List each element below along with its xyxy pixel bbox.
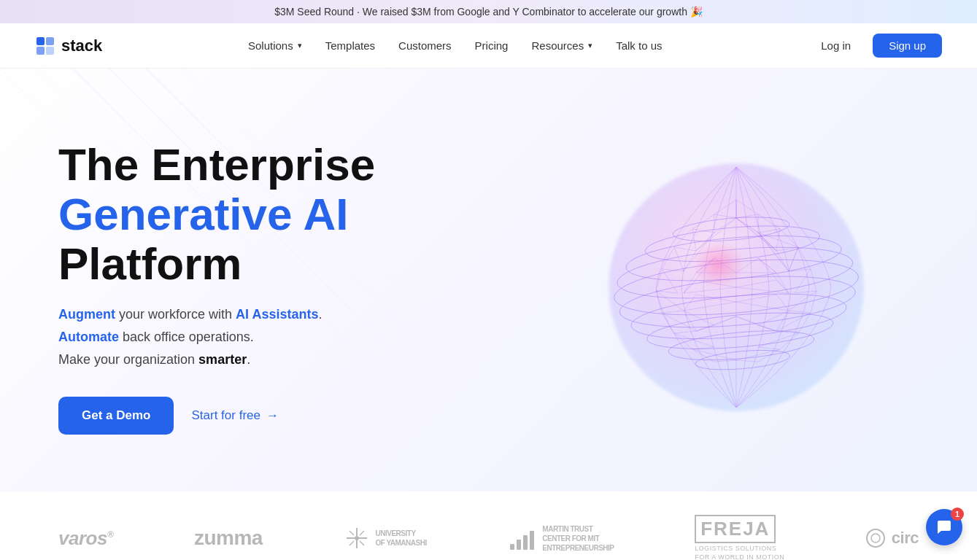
banner-emoji: 🎉: [690, 6, 703, 18]
smarter-text: smarter: [198, 352, 247, 367]
blob-graphic: [583, 134, 889, 440]
logo-zumma: zumma: [194, 526, 263, 550]
svg-rect-33: [523, 535, 528, 550]
nav-resources[interactable]: Resources ▾: [521, 34, 603, 58]
svg-line-30: [350, 541, 354, 545]
svg-line-27: [350, 531, 354, 535]
nav-actions: Log in Sign up: [808, 34, 942, 58]
logos-strip: varos® zumma UNIVERSITYOF YAMANASHI: [58, 515, 919, 560]
banner-seed-round: $3M Seed Round: [274, 6, 354, 18]
chat-bubble[interactable]: 1: [926, 509, 962, 545]
hero-content: The Enterprise Generative AI Platform Au…: [58, 140, 375, 435]
nav-solutions[interactable]: Solutions ▾: [238, 34, 312, 58]
signup-button[interactable]: Sign up: [873, 34, 942, 58]
logo-icon: [35, 36, 55, 56]
hero-section: The Enterprise Generative AI Platform Au…: [0, 69, 977, 491]
svg-line-29: [360, 531, 364, 535]
hero-title-line1: The Enterprise: [58, 139, 375, 190]
circ-icon: [865, 528, 886, 548]
desc-part6: back office operations.: [119, 330, 254, 344]
logo-varos: varos®: [58, 527, 113, 550]
svg-rect-31: [510, 544, 514, 550]
svg-rect-0: [36, 37, 45, 45]
nav-pricing[interactable]: Pricing: [465, 34, 519, 58]
logo-univ: UNIVERSITYOF YAMANASHI: [344, 525, 427, 551]
get-demo-button[interactable]: Get a Demo: [58, 397, 174, 435]
automate-text: Automate: [58, 330, 119, 344]
nav-customers[interactable]: Customers: [388, 34, 462, 58]
desc-part2: your workforce with: [115, 307, 236, 322]
logo[interactable]: stack: [35, 36, 102, 56]
hero-title-line3: Platform: [58, 238, 242, 289]
freja-sub: LOGISTICS SOLUTIONSFOR A WORLD IN MOTION: [695, 545, 784, 560]
hero-title-line2: Generative AI: [58, 189, 348, 239]
svg-point-22: [355, 536, 359, 540]
hero-title: The Enterprise Generative AI Platform: [58, 140, 375, 289]
chat-icon: [936, 519, 952, 535]
announcement-banner: $3M Seed Round · We raised $3M from Goog…: [0, 0, 977, 23]
hero-description: Augment your workforce with AI Assistant…: [58, 303, 375, 370]
logo-text: stack: [61, 36, 102, 55]
hero-visual: [554, 112, 919, 462]
martin-icon: [507, 524, 536, 553]
svg-line-28: [360, 541, 364, 545]
nav-talk[interactable]: Talk to us: [606, 34, 672, 58]
nav-templates[interactable]: Templates: [315, 34, 385, 58]
blob-svg: [583, 134, 889, 440]
univ-text: UNIVERSITYOF YAMANASHI: [376, 529, 427, 548]
logo-martin: MARTIN TRUSTCENTER FOR MITENTREPRENEURSH…: [507, 524, 614, 553]
svg-point-21: [681, 233, 769, 313]
desc-part7: Make your organization: [58, 352, 198, 367]
univ-icon: [344, 525, 370, 551]
chevron-down-icon: ▾: [588, 41, 592, 50]
chat-badge: 1: [951, 508, 964, 521]
start-free-button[interactable]: Start for free →: [191, 408, 278, 423]
svg-point-35: [867, 529, 884, 547]
arrow-icon: →: [266, 408, 279, 423]
banner-separator: ·: [357, 6, 363, 18]
augment-text: Augment: [58, 307, 115, 322]
start-free-label: Start for free: [191, 408, 260, 423]
svg-point-36: [871, 534, 880, 542]
varos-text: varos®: [58, 527, 113, 549]
banner-description: We raised $3M from Google and Y Combinat…: [363, 6, 687, 18]
ai-assistants-text: AI Assistants: [236, 307, 318, 322]
circ-text: circ: [892, 529, 919, 548]
zumma-text: zumma: [194, 526, 263, 549]
martin-text: MARTIN TRUSTCENTER FOR MITENTREPRENEURSH…: [542, 524, 614, 553]
svg-rect-32: [517, 540, 521, 550]
logos-section: varos® zumma UNIVERSITYOF YAMANASHI: [0, 491, 977, 560]
main-nav: stack Solutions ▾ Templates Customers Pr…: [0, 23, 977, 69]
freja-title: FREJA: [695, 515, 776, 543]
logo-freja: FREJA LOGISTICS SOLUTIONSFOR A WORLD IN …: [695, 515, 784, 560]
login-button[interactable]: Log in: [808, 34, 864, 58]
chevron-down-icon: ▾: [298, 41, 302, 50]
svg-rect-34: [530, 531, 534, 550]
svg-rect-2: [36, 47, 45, 55]
svg-rect-1: [46, 37, 54, 45]
nav-links: Solutions ▾ Templates Customers Pricing …: [238, 34, 673, 58]
svg-rect-3: [46, 47, 54, 55]
hero-actions: Get a Demo Start for free →: [58, 397, 375, 435]
logo-circ: circ: [865, 528, 919, 548]
